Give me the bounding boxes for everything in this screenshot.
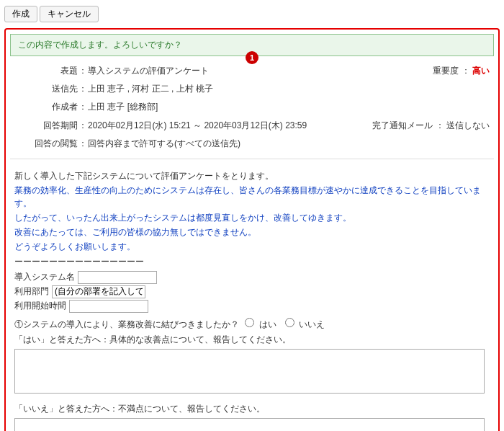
sysname-input[interactable]	[78, 271, 157, 284]
intro-text: 新しく導入した下記システムについて評価アンケートをとります。	[14, 169, 490, 182]
cancel-button[interactable]: キャンセル	[40, 6, 99, 22]
priority-label: 重要度	[433, 66, 459, 76]
q1-yes-label: はい	[259, 319, 276, 329]
creator-label: 作成者	[14, 100, 78, 114]
callout-badge: 1	[246, 51, 258, 64]
sendto-value: 上田 恵子 , 河村 正二 , 上村 桃子	[88, 82, 490, 96]
period-value: 2020年02月12日(水) 15:21 ～ 2020年03月12日(木) 23…	[88, 119, 372, 133]
survey-body: 新しく導入した下記システムについて評価アンケートをとります。 業務の効率化、生産…	[10, 165, 494, 431]
q1-radio-no[interactable]	[285, 318, 294, 327]
sysname-label: 導入システム名	[14, 271, 75, 283]
starttime-input[interactable]	[69, 300, 148, 313]
start-label: 利用開始時間	[14, 300, 66, 312]
title-label: 表題	[14, 64, 78, 78]
dept-label: 利用部門	[14, 285, 49, 298]
title-value: 導入システムの評価アンケート	[88, 64, 433, 78]
desc-line-4: どうぞよろしくお願いします。	[14, 240, 490, 253]
desc-line-2: したがって、いったん出来上がったシステムは都度見直しをかけ、改善してゆきます。	[14, 211, 490, 224]
meta-section: 表題 ： 導入システムの評価アンケート 重要度 ： 高い 送信先 ： 上田 恵子…	[10, 62, 494, 159]
yes-detail-textarea[interactable]	[14, 349, 485, 394]
view-value: 回答内容まで許可する(すべての送信先)	[88, 137, 490, 151]
q-yes-text: 「はい」と答えた方へ：具体的な改善点について、報告してください。	[14, 334, 490, 346]
dept-input[interactable]	[52, 285, 145, 298]
separator-dashes: ーーーーーーーーーーーーーーー	[14, 256, 490, 268]
q1-text: ①システムの導入により、業務改善に結びつきましたか？	[14, 319, 239, 329]
confirmation-panel: 1 この内容で作成します。よろしいですか？ 表題 ： 導入システムの評価アンケー…	[4, 28, 500, 431]
priority-value: 高い	[472, 66, 490, 76]
notify-value: 送信しない	[446, 120, 490, 130]
q1-radio-yes[interactable]	[245, 318, 254, 327]
desc-line-3: 改善にあたっては、ご利用の皆様の協力無しではできません。	[14, 226, 490, 239]
create-button[interactable]: 作成	[4, 6, 37, 22]
no-detail-textarea[interactable]	[14, 418, 485, 431]
period-label: 回答期間	[14, 119, 78, 133]
creator-value: 上田 恵子 [総務部]	[88, 100, 490, 114]
sendto-label: 送信先	[14, 82, 78, 96]
desc-line-1: 業務の効率化、生産性の向上のためにシステムは存在し、皆さんの各業務目標が速やかに…	[14, 184, 490, 210]
q1-no-label: いいえ	[299, 319, 325, 329]
q-no-text: 「いいえ」と答えた方へ：不満点について、報告してください。	[14, 403, 490, 415]
view-label: 回答の閲覧	[14, 137, 78, 151]
notify-label: 完了通知メール	[372, 120, 433, 130]
